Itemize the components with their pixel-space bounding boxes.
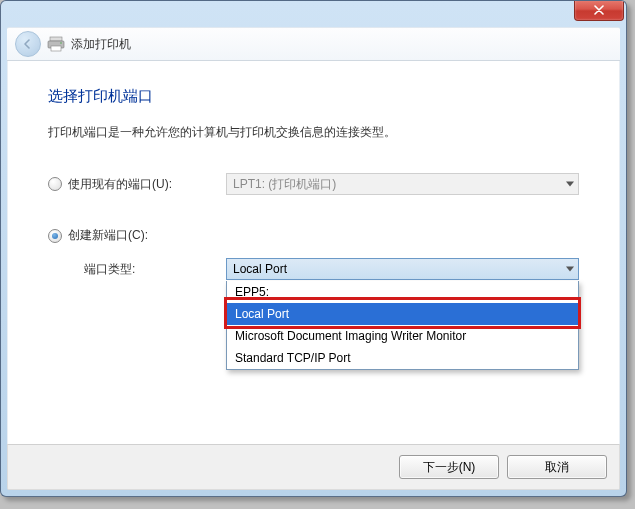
header-bar: 添加打印机 xyxy=(7,27,620,61)
next-button[interactable]: 下一步(N) xyxy=(399,455,499,479)
dropdown-item-epp5[interactable]: EPP5: xyxy=(227,281,578,303)
label-port-type: 端口类型: xyxy=(48,261,226,278)
label-create-new: 创建新端口(C): xyxy=(68,227,148,244)
radio-use-existing[interactable] xyxy=(48,177,62,191)
svg-rect-2 xyxy=(51,46,61,51)
svg-point-3 xyxy=(60,42,62,44)
row-port-type: 端口类型: Local Port xyxy=(48,258,579,280)
svg-rect-0 xyxy=(50,37,62,41)
row-use-existing: 使用现有的端口(U): LPT1: (打印机端口) xyxy=(48,173,579,195)
dropdown-item-msdiwm[interactable]: Microsoft Document Imaging Writer Monito… xyxy=(227,325,578,347)
combo-port-type-value: Local Port xyxy=(233,262,287,276)
row-create-new: 创建新端口(C): xyxy=(48,227,579,244)
label-use-existing: 使用现有的端口(U): xyxy=(68,176,172,193)
chevron-down-icon xyxy=(566,182,574,187)
back-arrow-icon xyxy=(22,38,34,50)
dropdown-item-local-port[interactable]: Local Port xyxy=(227,303,578,325)
content-area: 选择打印机端口 打印机端口是一种允许您的计算机与打印机交换信息的连接类型。 使用… xyxy=(7,61,620,444)
cancel-button[interactable]: 取消 xyxy=(507,455,607,479)
header-title: 添加打印机 xyxy=(71,36,131,53)
dialog-window: 添加打印机 选择打印机端口 打印机端口是一种允许您的计算机与打印机交换信息的连接… xyxy=(0,0,627,497)
back-button[interactable] xyxy=(15,31,41,57)
footer-bar: 下一步(N) 取消 xyxy=(7,444,620,490)
combo-existing-port: LPT1: (打印机端口) xyxy=(226,173,579,195)
chevron-down-icon xyxy=(566,267,574,272)
printer-icon xyxy=(47,36,65,52)
close-button[interactable] xyxy=(574,0,624,21)
combo-existing-port-value: LPT1: (打印机端口) xyxy=(233,176,336,193)
page-subtext: 打印机端口是一种允许您的计算机与打印机交换信息的连接类型。 xyxy=(48,124,579,141)
radio-create-new[interactable] xyxy=(48,229,62,243)
combo-port-type[interactable]: Local Port xyxy=(226,258,579,280)
page-heading: 选择打印机端口 xyxy=(48,87,579,106)
dropdown-item-tcpip[interactable]: Standard TCP/IP Port xyxy=(227,347,578,369)
dropdown-port-type: EPP5: Local Port Microsoft Document Imag… xyxy=(226,281,579,370)
close-icon xyxy=(593,5,605,15)
titlebar xyxy=(1,1,626,27)
